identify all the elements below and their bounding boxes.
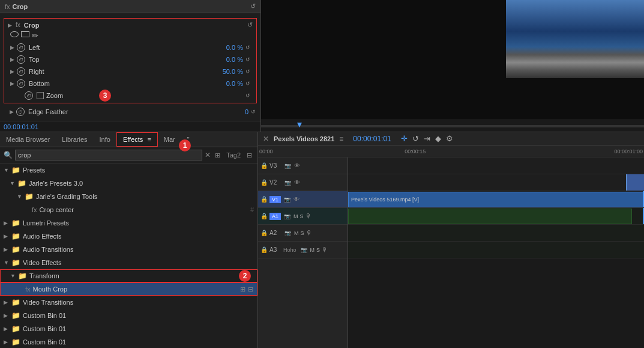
a1-lock-icon[interactable]: 🔒 <box>260 213 268 219</box>
timeline-header: ✕ Pexels Videos 2821 ≡ 00:00:01:01 ✛ ↺ ⇥… <box>258 132 644 145</box>
a1-clip <box>348 209 632 224</box>
tracks-container: Pexels Videos 5169.mp4 [V] <box>348 157 644 348</box>
a2-lock-icon[interactable]: 🔒 <box>260 230 268 236</box>
a3-lock-icon[interactable]: 🔒 <box>260 246 268 253</box>
v1-lock-icon[interactable]: 🔒 <box>260 196 268 203</box>
tree-jarle-grading[interactable]: ▼ 📁 Jarle's Grading Tools <box>0 190 257 203</box>
left-arrow: ▶ <box>10 44 14 50</box>
a1-solo-icon[interactable]: S <box>300 213 304 219</box>
tree-video-effects[interactable]: ▼ 📁 Video Effects <box>0 256 257 269</box>
tree-video-transitions[interactable]: ▶ 📁 Video Transitions <box>0 296 257 309</box>
settings-tool-icon[interactable]: ⚙ <box>446 134 453 143</box>
effects-menu-icon[interactable]: ≡ <box>147 136 151 143</box>
tab-effects[interactable]: Effects ≡ <box>116 132 158 147</box>
tab-markers[interactable]: Mar <box>158 133 181 146</box>
tab-media-browser[interactable]: Media Browser <box>0 133 56 146</box>
a1-camera-icon[interactable]: 📷 <box>283 213 292 220</box>
crop-label: Crop <box>24 22 40 29</box>
v1-eye-icon[interactable]: 👁 <box>293 196 299 203</box>
timeline-menu-icon[interactable]: ≡ <box>339 135 343 143</box>
param-left-row[interactable]: ▶ ⏱ Left 0.0 % ↺ <box>5 41 255 53</box>
search-sort-icon[interactable]: ⊟ <box>245 151 254 160</box>
v1-camera-icon[interactable]: 📷 <box>283 196 292 203</box>
a2-mute-icon[interactable]: M <box>294 230 299 236</box>
zoom-reset-icon[interactable]: ↺ <box>245 93 250 99</box>
crop-fx-label: fx <box>16 22 20 28</box>
v2-eye-icon[interactable]: 👁 <box>294 179 300 186</box>
v2-camera-icon[interactable]: 📷 <box>283 179 292 186</box>
tree-custom-bin-2[interactable]: ▶ 📁 Custom Bin 01 <box>0 322 257 335</box>
v1-video-clip[interactable]: Pexels Videos 5169.mp4 [V] <box>348 192 644 207</box>
tree-presets[interactable]: ▼ 📁 Presets <box>0 163 257 177</box>
search-clear-icon[interactable]: ✕ <box>205 151 211 159</box>
ef-value[interactable]: 0 <box>245 108 248 115</box>
audio-effects-arrow-icon: ▶ <box>4 233 10 239</box>
tree-audio-effects[interactable]: ▶ 📁 Audio Effects <box>0 230 257 243</box>
crop-reset[interactable]: ↺ <box>247 21 253 29</box>
zoom-checkbox[interactable] <box>37 92 44 99</box>
pen-icon[interactable]: ✏ <box>32 31 38 40</box>
tab-info[interactable]: Info <box>94 133 116 146</box>
tree-lumetri[interactable]: ▶ 📁 Lumetri Presets <box>0 216 257 230</box>
tree-custom-bin-1[interactable]: ▶ 📁 Custom Bin 01 <box>0 309 257 322</box>
rect-shape-icon[interactable] <box>21 31 29 37</box>
tree-mouth-crop[interactable]: ▶ fx Mouth Crop ⊞ ⊟ <box>0 282 257 296</box>
top-value[interactable]: 0.0 % <box>213 56 243 63</box>
oval-shape-icon[interactable] <box>10 31 19 37</box>
crop-title: Crop <box>13 3 28 10</box>
a2-camera-icon[interactable]: 📷 <box>283 230 292 237</box>
reset-icon[interactable]: ↺ <box>250 2 256 10</box>
zoom-stopwatch-icon[interactable]: ⏱ <box>25 91 33 100</box>
tree-transform[interactable]: ▼ 📁 Transform 2 <box>0 269 257 282</box>
close-icon[interactable]: ✕ <box>263 135 269 143</box>
audio-transitions-label: Audio Transitions <box>23 246 254 253</box>
search-filter-icon[interactable]: ⊞ <box>213 151 222 160</box>
v3-eye-icon[interactable]: 👁 <box>294 162 300 169</box>
v3-camera-icon[interactable]: 📷 <box>283 162 292 169</box>
left-label: Left <box>29 44 213 51</box>
param-bottom-row[interactable]: ▶ ⏱ Bottom 0.0 % ↺ <box>5 78 255 90</box>
left-reset-icon[interactable]: ↺ <box>245 44 250 50</box>
crop-header: ▶ fx Crop ↺ <box>5 20 255 30</box>
v2-lock-icon[interactable]: 🔒 <box>260 179 268 186</box>
param-top-row[interactable]: ▶ ⏱ Top 0.0 % ↺ <box>5 53 255 66</box>
bottom-stopwatch-icon[interactable]: ⏱ <box>17 79 25 88</box>
a2-solo-icon[interactable]: S <box>301 230 304 236</box>
jarle-folder-icon: 📁 <box>17 179 26 188</box>
crop-center-hash: # <box>250 206 254 213</box>
search-input[interactable] <box>15 150 202 160</box>
a3-mute-icon[interactable]: M <box>310 247 315 253</box>
insert-tool-icon[interactable]: ⇥ <box>424 134 430 143</box>
a3-solo-icon[interactable]: S <box>316 247 320 253</box>
right-reset-icon[interactable]: ↺ <box>245 69 250 75</box>
right-value[interactable]: 50.0 % <box>213 68 243 75</box>
expand-arrow[interactable]: ▶ <box>8 22 12 28</box>
undo-tool-icon[interactable]: ↺ <box>412 134 419 143</box>
tree-crop-center[interactable]: ▶ fx Crop center # <box>0 203 257 216</box>
tree-custom-bin-3[interactable]: ▶ 📁 Custom Bin 01 <box>0 335 257 348</box>
a1-target-btn[interactable]: A1 <box>269 213 281 220</box>
custom1-label: Custom Bin 01 <box>23 312 254 319</box>
tab-libraries[interactable]: Libraries <box>56 133 93 146</box>
ef-reset-icon[interactable]: ↺ <box>251 109 256 115</box>
bottom-value[interactable]: 0.0 % <box>213 80 243 87</box>
a3-camera-icon[interactable]: 📷 <box>299 246 308 254</box>
razor-tool-icon[interactable]: ◆ <box>435 134 441 143</box>
a1-mute-icon[interactable]: M <box>293 213 298 219</box>
v3-lock-icon[interactable]: 🔒 <box>260 162 268 169</box>
left-stopwatch-icon[interactable]: ⏱ <box>17 43 25 52</box>
search-tag-icon[interactable]: Tag2 <box>224 151 242 160</box>
v1-target-btn[interactable]: V1 <box>269 196 281 203</box>
left-value[interactable]: 0.0 % <box>213 44 243 51</box>
top-reset-icon[interactable]: ↺ <box>245 56 250 63</box>
ef-stopwatch-icon[interactable]: ⏱ <box>16 108 25 116</box>
bottom-reset-icon[interactable]: ↺ <box>245 81 250 87</box>
tree-audio-transitions[interactable]: ▶ 📁 Audio Transitions <box>0 243 257 256</box>
selection-tool-icon[interactable]: ✛ <box>401 134 408 143</box>
v2-clip-edge <box>626 174 644 191</box>
right-stopwatch-icon[interactable]: ⏱ <box>17 67 25 76</box>
top-stopwatch-icon[interactable]: ⏱ <box>17 55 25 64</box>
param-right-row[interactable]: ▶ ⏱ Right 50.0 % ↺ <box>5 66 255 78</box>
edge-feather-row[interactable]: ▶ ⏱ Edge Feather 0 ↺ <box>0 106 260 118</box>
tree-jarle-presets[interactable]: ▼ 📁 Jarle's Presets 3.0 <box>0 177 257 190</box>
